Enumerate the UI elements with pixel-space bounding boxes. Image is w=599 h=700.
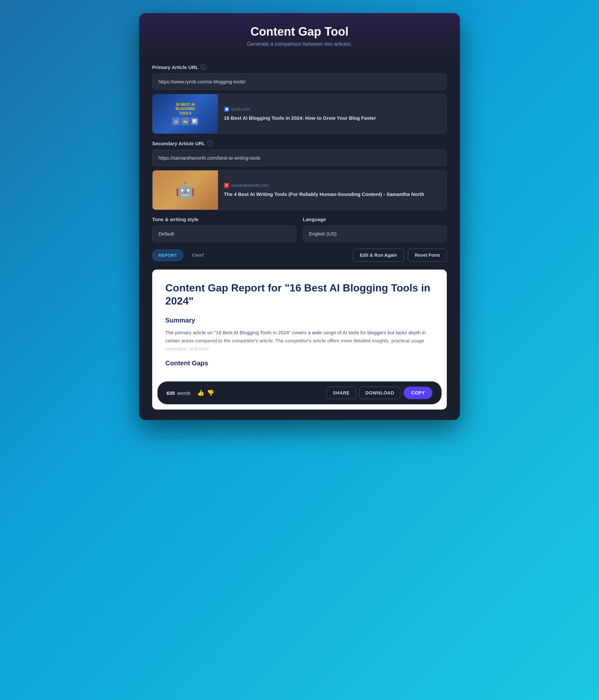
summary-section: Summary The primary article on "16 Best … (165, 317, 434, 353)
feedback-icons: 👍 👎 (197, 389, 214, 396)
secondary-url-label: Secondary Article URL i (152, 140, 447, 146)
primary-article-title: 16 Best AI Blogging Tools in 2024: How t… (224, 115, 440, 121)
word-count-number: 635 (167, 390, 175, 396)
tone-col: Tone & writing style Default (152, 217, 296, 242)
word-count-area: 635 words 👍 👎 (167, 389, 214, 396)
tone-label: Tone & writing style (152, 217, 296, 222)
primary-article-preview: 16 BEST AI BLOGGING TOOLS 🤖 ✍️ 📊 (152, 94, 447, 134)
summary-text: The primary article on "16 Best AI Blogg… (165, 329, 434, 353)
footer-action-buttons: SHARE DOWNLOAD COPY (327, 386, 432, 399)
tab-report[interactable]: REPORT (152, 250, 183, 261)
tone-language-row: Tone & writing style Default Language En… (152, 217, 447, 242)
report-container: Content Gap Report for "16 Best AI Blogg… (152, 270, 447, 409)
app-body: Primary Article URL i 16 BEST AI BLOGGIN… (139, 56, 460, 420)
report-title: Content Gap Report for "16 Best AI Blogg… (165, 281, 434, 307)
primary-thumb: 16 BEST AI BLOGGING TOOLS 🤖 ✍️ 📊 (152, 94, 218, 133)
secondary-url-input[interactable] (152, 149, 447, 166)
edit-run-button[interactable]: Edit & Run Again (353, 249, 404, 262)
report-footer: 635 words 👍 👎 SHARE DOWNLOAD COPY (158, 381, 441, 404)
content-gaps-title: Content Gaps (165, 359, 434, 367)
actions-row: REPORT CHAT Edit & Run Again Reset Form (152, 249, 447, 262)
app-header: Content Gap Tool Generate a comparison b… (139, 13, 460, 56)
download-button[interactable]: DOWNLOAD (359, 386, 400, 399)
thumb-icon-1: 🤖 (172, 118, 180, 125)
report-inner: Content Gap Report for "16 Best AI Blogg… (152, 270, 447, 376)
share-button[interactable]: SHARE (327, 386, 356, 399)
summary-title: Summary (165, 317, 434, 324)
thumb-icons-row: 🤖 ✍️ 📊 (172, 118, 198, 125)
secondary-info-icon[interactable]: i (207, 140, 213, 146)
thumb-icon-3: 📊 (191, 118, 198, 125)
word-count-label: words (177, 390, 191, 396)
secondary-url-section: Secondary Article URL i 🤖 S samanthanort… (152, 140, 447, 210)
secondary-domain: S samanthanorth.com (224, 182, 440, 188)
action-buttons: Edit & Run Again Reset Form (353, 249, 447, 262)
app-container: Content Gap Tool Generate a comparison b… (139, 13, 460, 420)
samantha-favicon: S (224, 183, 229, 188)
language-label: Language (303, 217, 447, 222)
secondary-article-title: The 4 Best AI Writing Tools (For Reliabl… (224, 191, 440, 198)
ryrob-favicon: ▣ (224, 107, 229, 112)
app-subtitle: Generate a comparison between two articl… (152, 41, 447, 47)
primary-url-input[interactable] (152, 73, 447, 90)
summary-text-wrapper: The primary article on "16 Best AI Blogg… (165, 329, 434, 353)
secondary-article-preview: 🤖 S samanthanorth.com The 4 Best AI Writ… (152, 170, 447, 210)
tab-chat[interactable]: CHAT (186, 250, 211, 261)
thumbdown-icon[interactable]: 👎 (207, 389, 214, 396)
thumbup-icon[interactable]: 👍 (197, 389, 204, 396)
app-title: Content Gap Tool (152, 25, 447, 39)
primary-url-section: Primary Article URL i 16 BEST AI BLOGGIN… (152, 64, 447, 134)
secondary-thumb: 🤖 (152, 170, 218, 210)
secondary-preview-info: S samanthanorth.com The 4 Best AI Writin… (218, 178, 447, 202)
language-col: Language English (US) (303, 217, 447, 242)
reset-form-button[interactable]: Reset Form (408, 249, 447, 262)
tab-group: REPORT CHAT (152, 250, 211, 261)
thumb-title-line1: 16 BEST AI BLOGGING TOOLS (172, 102, 198, 116)
language-select[interactable]: English (US) (303, 225, 447, 242)
copy-button[interactable]: COPY (404, 386, 432, 399)
primary-url-label: Primary Article URL i (152, 64, 447, 70)
primary-preview-info: ▣ ryrob.com 16 Best AI Blogging Tools in… (218, 102, 447, 126)
robot-hand-icon: 🤖 (175, 181, 195, 199)
primary-domain: ▣ ryrob.com (224, 106, 440, 112)
thumb-icon-2: ✍️ (181, 118, 189, 125)
tone-select[interactable]: Default (152, 225, 296, 242)
primary-info-icon[interactable]: i (200, 64, 206, 70)
